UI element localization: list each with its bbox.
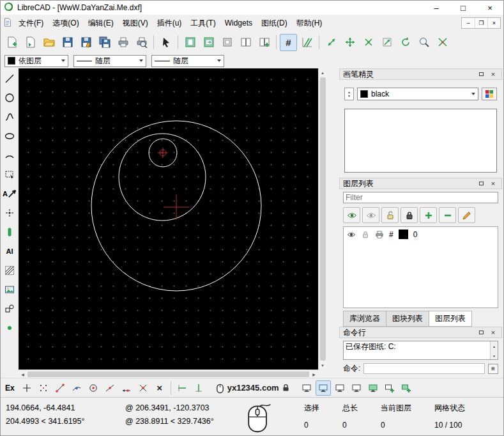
- view-4-button[interactable]: [349, 380, 364, 396]
- close-dock-icon[interactable]: ×: [488, 70, 498, 79]
- command-options-button[interactable]: ≡: [488, 364, 498, 374]
- command-history-box[interactable]: 已保存图纸: C: ▲ ▼: [343, 341, 498, 360]
- mdi-restore-button[interactable]: ❐: [475, 18, 487, 28]
- isometric-grid-button[interactable]: [298, 34, 316, 51]
- select-window-tool-button[interactable]: [3, 167, 17, 182]
- close-dock-icon[interactable]: ×: [488, 328, 498, 337]
- snap-endpoint-button[interactable]: [52, 380, 68, 396]
- snap-entity-button[interactable]: [69, 380, 84, 396]
- save-all-button[interactable]: [96, 34, 113, 51]
- add-layer-button[interactable]: [420, 207, 437, 223]
- drawing-canvas[interactable]: [19, 68, 318, 370]
- workspace-right-button[interactable]: [200, 34, 217, 51]
- menu-options[interactable]: 选项(O): [48, 15, 83, 31]
- horizontal-scroll-thumb[interactable]: [27, 371, 309, 377]
- float-dock-icon[interactable]: [476, 179, 486, 188]
- menu-drawings[interactable]: 图纸(D): [257, 15, 292, 31]
- close-button[interactable]: ×: [477, 1, 503, 15]
- tab-layer-list[interactable]: 图层列表: [429, 311, 472, 327]
- scroll-right-icon[interactable]: ▶: [310, 370, 318, 378]
- show-all-layers-button[interactable]: [343, 207, 360, 223]
- spline-tool-button[interactable]: [3, 110, 17, 124]
- restrict-vertical-button[interactable]: [191, 380, 206, 396]
- close-dock-icon[interactable]: ×: [488, 179, 498, 188]
- menu-plugins[interactable]: 插件(u): [153, 15, 187, 31]
- explode-button[interactable]: [434, 34, 451, 51]
- command-input[interactable]: [363, 363, 485, 374]
- lock-all-layers-button[interactable]: [401, 207, 418, 223]
- canvas-horizontal-scrollbar[interactable]: ◀ ▶: [19, 370, 318, 378]
- block-view-button[interactable]: [218, 34, 236, 51]
- new-from-template-button[interactable]: [22, 34, 39, 51]
- print-button[interactable]: [114, 34, 132, 51]
- scale-button[interactable]: [378, 34, 395, 51]
- scroll-left-icon[interactable]: ◀: [19, 370, 27, 378]
- scroll-down-icon[interactable]: ▼: [493, 352, 496, 360]
- command-history-scrollbar[interactable]: ▲ ▼: [490, 341, 498, 359]
- snap-distance-button[interactable]: [119, 380, 134, 396]
- menu-view[interactable]: 视图(V): [118, 15, 153, 31]
- new-view-button[interactable]: [256, 34, 273, 51]
- unlock-all-layers-button[interactable]: [381, 207, 399, 223]
- spin-down-icon[interactable]: ▼: [347, 94, 351, 98]
- layer-filter-input[interactable]: [343, 192, 498, 203]
- line-tool-button[interactable]: [3, 72, 17, 86]
- scroll-up-icon[interactable]: ▲: [319, 68, 327, 77]
- menu-edit[interactable]: 编辑(E): [84, 15, 118, 31]
- block-tool-button[interactable]: [3, 302, 17, 316]
- view-5-button[interactable]: [365, 380, 381, 396]
- add-view-button[interactable]: [382, 380, 397, 396]
- tab-block-list[interactable]: 图块列表: [386, 311, 429, 327]
- restrict-horizontal-button[interactable]: [174, 380, 190, 396]
- canvas-vertical-scrollbar[interactable]: ▲ ▼: [318, 68, 326, 370]
- ellipse-tool-button[interactable]: [3, 129, 17, 143]
- grid-toggle-button[interactable]: #: [280, 34, 297, 51]
- dimension-tool-button[interactable]: A: [3, 187, 17, 201]
- mdi-minimize-button[interactable]: –: [462, 18, 475, 28]
- snap-middle-button[interactable]: [102, 380, 118, 396]
- edit-layer-button[interactable]: [458, 207, 475, 223]
- layer-visible-icon[interactable]: [347, 230, 356, 239]
- move-button[interactable]: [360, 34, 377, 51]
- clear-snap-button[interactable]: ×: [152, 380, 167, 396]
- view-1-button[interactable]: [299, 380, 314, 396]
- menu-help[interactable]: 帮助(H): [292, 15, 327, 31]
- select-pointer-button[interactable]: [157, 34, 174, 51]
- pen-color-select[interactable]: 依图层: [4, 55, 68, 67]
- mdi-close-button[interactable]: ×: [487, 18, 500, 28]
- maximize-button[interactable]: □: [450, 1, 477, 15]
- snap-free-button[interactable]: [19, 380, 34, 396]
- snap-grid-button[interactable]: [36, 380, 51, 396]
- scroll-down-icon[interactable]: ▼: [319, 361, 327, 370]
- remove-layer-button[interactable]: [439, 207, 456, 223]
- print-preview-button[interactable]: [133, 34, 150, 51]
- snap-center-button[interactable]: [86, 380, 101, 396]
- beam-tool-button[interactable]: [3, 225, 17, 239]
- snap-intersection-button[interactable]: [135, 380, 151, 396]
- pen-width-spinner[interactable]: ▲ ▼: [344, 88, 354, 100]
- arc-tool-button[interactable]: [3, 148, 17, 162]
- float-dock-icon[interactable]: [476, 70, 486, 79]
- layer-lock-icon[interactable]: [361, 230, 370, 239]
- circle-tool-button[interactable]: [3, 91, 17, 105]
- workspace-left-button[interactable]: [181, 34, 199, 51]
- open-button[interactable]: [40, 34, 57, 51]
- restrict-free-button[interactable]: [323, 34, 340, 51]
- float-dock-icon[interactable]: [476, 328, 486, 337]
- tab-library-browser[interactable]: 库浏览器: [343, 311, 386, 327]
- line-width-select[interactable]: 随层: [73, 55, 146, 67]
- split-view-button[interactable]: [237, 34, 254, 51]
- hide-all-layers-button[interactable]: [362, 207, 379, 223]
- text-tool-button[interactable]: AI: [3, 244, 17, 258]
- dock-splitter[interactable]: [326, 68, 339, 378]
- zoom-query-button[interactable]: [415, 34, 432, 51]
- scroll-up-icon[interactable]: ▲: [493, 342, 496, 352]
- save-view-button[interactable]: [399, 380, 414, 396]
- image-tool-button[interactable]: [3, 283, 17, 297]
- pen-color-combo[interactable]: black: [357, 88, 478, 100]
- save-button[interactable]: [59, 34, 76, 51]
- layer-row[interactable]: # 0: [344, 227, 498, 242]
- restrict-ortho-button[interactable]: [341, 34, 358, 51]
- minimize-button[interactable]: –: [423, 1, 450, 15]
- rotate-button[interactable]: [397, 34, 414, 51]
